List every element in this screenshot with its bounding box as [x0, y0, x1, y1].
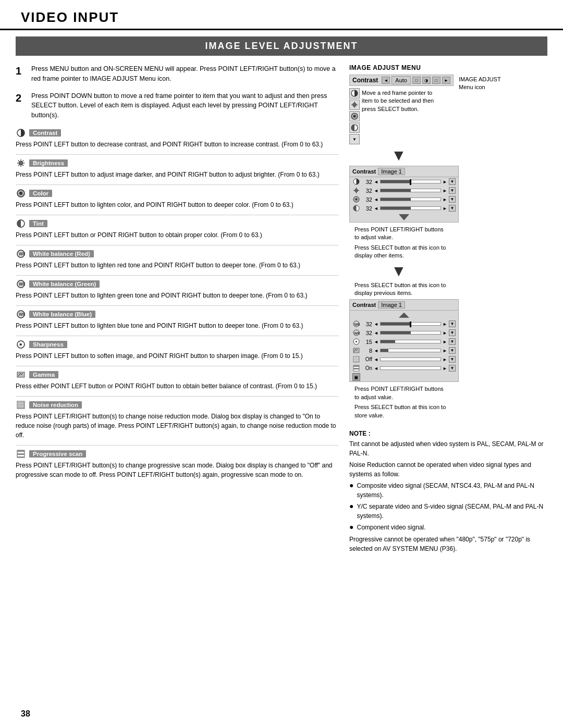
screen-3-store-row: ▣ [350, 373, 458, 381]
menu-auto-label: Auto [391, 76, 411, 84]
note-bullet-2: ● Y/C separate video and S-video signal … [349, 502, 547, 521]
menu-side-icon-5: ▼ [349, 134, 360, 144]
row-icon-gamma [352, 347, 360, 354]
screen-3-row-wb-g: WB 32 ◄ ► ▼ [350, 328, 458, 337]
screen-nav-down-1 [350, 213, 458, 222]
wb-green-desc: Press POINT LEFT button to lighten green… [16, 291, 339, 300]
screen-3-row2-down[interactable]: ▼ [449, 329, 456, 336]
section-title-bar: IMAGE LEVEL ADJUSTMENT [16, 36, 547, 56]
svg-rect-34 [17, 453, 25, 455]
section-title: IMAGE LEVEL ADJUSTMENT [16, 41, 547, 52]
feature-wb-red: WB White balance (Red) Press POINT LEFT … [16, 249, 339, 270]
svg-text:i: i [19, 342, 20, 347]
row-icon-brightness [352, 187, 360, 194]
screen-row-2: 32 ◄ ► ▼ [350, 186, 458, 195]
svg-text:WB: WB [19, 251, 25, 256]
menu-icon-1: ◄ [382, 77, 390, 84]
row-icon-sharp [352, 338, 360, 346]
svg-rect-70 [353, 368, 359, 369]
screen-3-row4-down[interactable]: ▼ [449, 347, 456, 354]
page-header: VIDEO INPUT [0, 0, 563, 30]
menu-icon-3: ◑ [422, 77, 431, 84]
wb-red-label: White balance (Red) [29, 250, 94, 257]
row-icon-prog [352, 364, 360, 372]
svg-line-6 [18, 161, 19, 161]
noise-reduction-desc: Press POINT LEFT/RIGHT button(s) to chan… [16, 412, 339, 440]
svg-rect-35 [17, 456, 25, 458]
note-line-2: Noise Reduction cannot be operated when … [349, 460, 547, 479]
screen-3-bar-5 [380, 357, 441, 361]
screen-3-row3-down[interactable]: ▼ [449, 338, 456, 345]
screen-2-annotations: Press POINT LEFT/RIGHT buttonsto adjust … [349, 226, 547, 242]
svg-point-43 [353, 115, 356, 118]
screen-row-1-down[interactable]: ▼ [449, 178, 456, 185]
screen-3-row5-down[interactable]: ▼ [449, 356, 456, 363]
screen-3-row1-down[interactable]: ▼ [449, 320, 456, 327]
feature-contrast: Contrast Press POINT LEFT button to decr… [16, 128, 339, 149]
step-1: 1 Press MENU button and ON-SCREEN MENU w… [16, 64, 339, 84]
screen-row-4: 32 ◄ ► ▼ [350, 204, 458, 213]
feature-wb-blue-label-row: WB White balance (Blue) [16, 309, 339, 319]
wb-green-label: White balance (Green) [29, 280, 100, 288]
sharpness-icon: i [16, 339, 26, 350]
row-icon-contrast [352, 178, 360, 186]
screen-3-ann2: Press SELECT button at this icon tostore… [349, 403, 547, 419]
note-line-prog: Progressive cannot be operated when "480… [349, 535, 547, 553]
top-menu-contrast: Contrast ◄ Auto □ ◑ □ ► [349, 75, 454, 86]
screen-row-1-right: ► [443, 179, 447, 184]
screen-3-container: Contrast Image 1 WB 32 ◄ [349, 299, 547, 382]
feature-progressive: Progressive scan Press POINT LEFT/RIGHT … [16, 449, 339, 479]
screen-row-2-bar [380, 189, 441, 192]
row-icon-wb-r: WB [352, 320, 360, 328]
screen-2-ann2: Press SELECT button at this icon todispl… [349, 244, 547, 260]
noise-reduction-icon [16, 400, 26, 410]
contrast-label: Contrast [29, 129, 61, 137]
wb-blue-icon: WB [16, 309, 26, 319]
tint-icon [16, 218, 26, 229]
gamma-label: Gamma [29, 371, 58, 378]
note-title: NOTE : [349, 430, 547, 437]
feature-wb-green: WB White balance (Green) Press POINT LEF… [16, 279, 339, 300]
feature-gamma-label-row: Gamma [16, 369, 339, 380]
note-bullet-2-text: Y/C separate video and S-video signal (S… [357, 502, 547, 521]
screen-3-row6-down[interactable]: ▼ [449, 365, 456, 372]
screen-row-2-down[interactable]: ▼ [449, 187, 456, 194]
feature-gamma: Gamma Press either POINT LEFT button or … [16, 369, 339, 391]
feature-brightness-label-row: Brightness [16, 158, 339, 168]
screen-3-header: Contrast Image 1 [350, 300, 458, 311]
arrow-down-1: ▼ [349, 147, 547, 163]
screen-row-1: 32 ◄ ► ▼ [350, 177, 458, 186]
brightness-label: Brightness [29, 159, 68, 167]
svg-line-8 [23, 161, 23, 161]
right-column: IMAGE ADJUST MENU Contrast ◄ Auto □ ◑ □ … [349, 56, 547, 553]
screen-row-3-bar [380, 198, 441, 201]
brightness-icon [16, 158, 26, 168]
menu-icon-5: ► [442, 77, 450, 84]
screen-3-row-gamma: 8 ◄ ► ▼ [350, 346, 458, 355]
wb-blue-label: White balance (Blue) [29, 311, 95, 318]
svg-text:WB: WB [354, 331, 360, 335]
page-title: VIDEO INPUT [21, 9, 542, 26]
screen-2: Contrast Image 1 32 ◄ ► ▼ [349, 166, 459, 223]
menu-side-icon-3 [349, 111, 360, 121]
image-adjust-icon-label: IMAGE ADJUSTMenu icon [459, 76, 501, 92]
note-bullet-3-text: Component video signal. [357, 523, 425, 533]
screen-3-row-sharp: 15 ◄ ► ▼ [350, 337, 458, 346]
screen-row-1-bar [380, 180, 441, 183]
row-icon-color [352, 195, 360, 203]
screen-2-ann1: Press POINT LEFT/RIGHT buttonsto adjust … [354, 226, 444, 242]
feature-color: Color Press POINT LEFT button to lighten… [16, 188, 339, 209]
note-bullet-1-text: Composite video signal (SECAM, NTSC4.43,… [357, 481, 547, 500]
note-bullet-3: ● Component video signal. [349, 523, 547, 533]
screen-row-3-down[interactable]: ▼ [449, 196, 456, 203]
sharpness-desc: Press POINT LEFT button to soften image,… [16, 351, 339, 361]
menu-contrast-label: Contrast [352, 77, 380, 84]
screen-row-4-down[interactable]: ▼ [449, 205, 456, 212]
svg-point-59 [356, 341, 357, 342]
svg-rect-33 [17, 450, 25, 452]
screen-2-header-label: Contrast [352, 168, 376, 175]
tint-desc: Press POINT LEFT button or POINT RIGHT b… [16, 230, 339, 240]
svg-point-1 [19, 161, 23, 165]
svg-point-37 [353, 103, 357, 107]
row-icon-tint [352, 204, 360, 212]
